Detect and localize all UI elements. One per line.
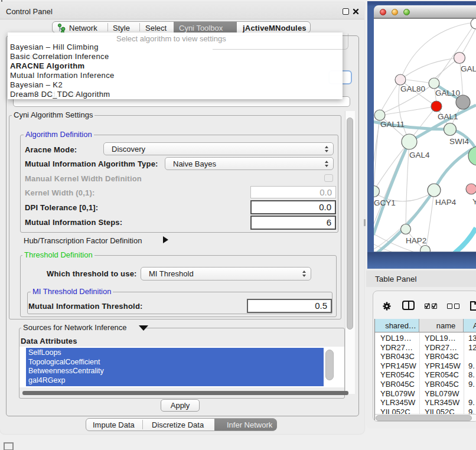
svg-text:GAL1: GAL1 [438, 112, 458, 121]
svg-text:Y: Y [472, 197, 476, 206]
svg-text:HAP2: HAP2 [406, 236, 426, 245]
svg-text:GAL4: GAL4 [409, 151, 430, 159]
svg-text:HAP4: HAP4 [435, 198, 457, 207]
svg-text:GCY1: GCY1 [374, 198, 396, 207]
svg-text:GAL10: GAL10 [435, 89, 460, 97]
svg-text:GAL11: GAL11 [380, 120, 405, 129]
svg-text:GAL2: GAL2 [461, 64, 476, 73]
svg-text:GAL80: GAL80 [400, 84, 425, 93]
svg-text:SWI4: SWI4 [449, 137, 469, 146]
